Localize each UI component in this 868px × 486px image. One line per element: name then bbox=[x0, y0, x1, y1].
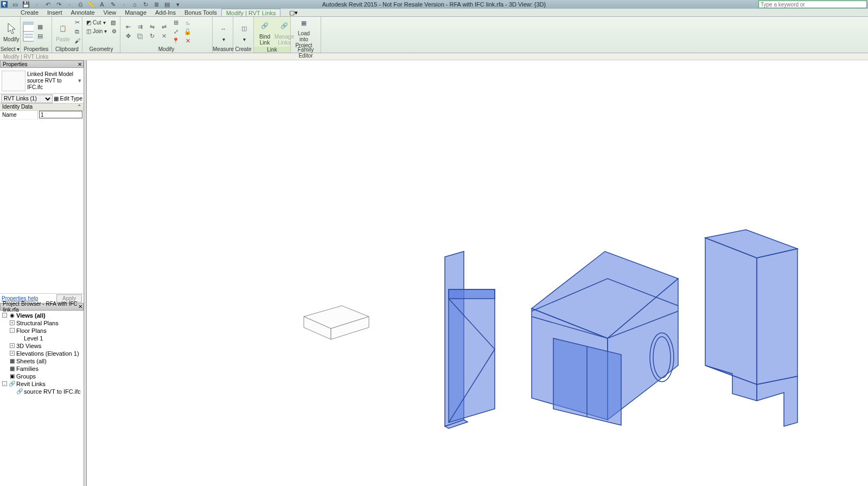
load-into-project-button[interactable]: ▦ Load into Project bbox=[293, 14, 315, 49]
wall-join-icon[interactable]: ⚙ bbox=[112, 28, 117, 34]
mirror-draw-icon[interactable]: ⇌ bbox=[158, 23, 169, 31]
tab-view[interactable]: View bbox=[99, 9, 121, 16]
sync-icon[interactable]: ↻ bbox=[141, 1, 150, 8]
dimension-icon: ↔ bbox=[216, 21, 231, 36]
redo-icon[interactable]: ↷ bbox=[54, 1, 63, 8]
group-family-editor: ▦ Load into Project Family Editor bbox=[291, 17, 321, 53]
list-icon[interactable]: ≣ bbox=[152, 1, 161, 8]
modify-button[interactable]: Modify bbox=[2, 20, 20, 43]
cope-icon[interactable]: ▧ bbox=[111, 20, 116, 26]
array-icon[interactable]: ⊞ bbox=[170, 18, 181, 27]
properties-icon[interactable] bbox=[23, 23, 34, 31]
tree-node[interactable]: +Elevations (Elevation 1) bbox=[0, 350, 84, 357]
identity-data-header[interactable]: Identity Data⌃ bbox=[0, 104, 84, 111]
expand-icon[interactable]: - bbox=[2, 381, 7, 386]
measure-button[interactable]: ↔▾ bbox=[215, 20, 232, 43]
paste-button[interactable]: 📋 Paste bbox=[54, 20, 72, 43]
sep: · bbox=[65, 1, 74, 8]
section-icon[interactable]: ✎ bbox=[108, 1, 117, 8]
tree-node[interactable]: Level 1 bbox=[0, 334, 84, 342]
properties-header[interactable]: Properties ✕ bbox=[0, 60, 84, 68]
ribbon-tabs: Create Insert Annotate View Manage Add-I… bbox=[0, 9, 868, 17]
close-icon[interactable]: ✕ bbox=[76, 61, 83, 67]
expand-icon[interactable]: - bbox=[2, 313, 7, 318]
split-icon[interactable]: ⎁ bbox=[182, 18, 193, 27]
save-icon[interactable]: 💾 bbox=[22, 1, 30, 8]
project-browser-header[interactable]: Project Browser - RFA with IFC link.rfa … bbox=[0, 303, 84, 311]
selected-link-panel-left[interactable] bbox=[445, 251, 495, 428]
text-icon[interactable]: A bbox=[98, 1, 106, 8]
tab-modify-rvt-links[interactable]: Modify | RVT Links bbox=[221, 9, 281, 16]
move-icon[interactable]: ✥ bbox=[123, 32, 133, 41]
chevron-down-icon[interactable]: ▾ bbox=[78, 77, 84, 84]
trim-icon[interactable]: ⨯ bbox=[158, 32, 169, 41]
create-similar-icon: ◫ bbox=[237, 21, 252, 36]
instance-filter-select[interactable]: RVT Links (1) bbox=[1, 94, 53, 103]
open-icon[interactable]: ▭ bbox=[11, 1, 20, 8]
3d-icon[interactable]: ⌂ bbox=[130, 1, 139, 8]
tree-node[interactable]: ▦Families bbox=[0, 365, 84, 373]
bind-link-button[interactable]: 🔗 Bind Link bbox=[256, 17, 273, 47]
tab-insert[interactable]: Insert bbox=[43, 9, 67, 16]
edit-type-button[interactable]: ▦Edit Type bbox=[54, 96, 82, 102]
unselected-slab[interactable] bbox=[304, 306, 369, 339]
selected-link-panel-right[interactable] bbox=[705, 230, 797, 426]
copy-icon[interactable]: ⧉ bbox=[72, 27, 82, 36]
tab-create[interactable]: Create bbox=[16, 9, 43, 16]
tab-annotate[interactable]: Annotate bbox=[67, 9, 99, 16]
close-icon[interactable]: ✕ bbox=[78, 304, 83, 310]
tab-addins[interactable]: Add-Ins bbox=[151, 9, 180, 16]
node-icon: ▣ bbox=[9, 373, 15, 380]
copy-mod-icon[interactable]: ⿻ bbox=[135, 32, 145, 41]
cut-icon[interactable]: ✂ bbox=[72, 18, 82, 27]
node-label: Revit Links bbox=[16, 381, 46, 387]
svg-rect-2 bbox=[23, 22, 34, 25]
search-input[interactable] bbox=[758, 1, 867, 8]
offset-icon[interactable]: ⇉ bbox=[135, 23, 145, 31]
mirror-axis-icon[interactable]: ⇋ bbox=[146, 23, 157, 31]
tree-node[interactable]: -Floor Plans bbox=[0, 327, 84, 334]
node-label: Views (all) bbox=[16, 312, 46, 319]
group-clipboard: 📋 Paste ✂ ⧉ 🖌 Clipboard bbox=[52, 17, 82, 53]
rotate-icon[interactable]: ↻ bbox=[146, 32, 157, 41]
name-input[interactable] bbox=[39, 111, 82, 118]
close-icon[interactable]: ▾ bbox=[174, 1, 182, 8]
project-browser-tree[interactable]: -◉Views (all)+Structural Plans-Floor Pla… bbox=[0, 311, 84, 487]
expand-icon[interactable]: + bbox=[10, 351, 15, 356]
tab-manage[interactable]: Manage bbox=[120, 9, 151, 16]
viewport-3d[interactable] bbox=[86, 60, 868, 486]
create-button[interactable]: ◫▾ bbox=[235, 20, 253, 43]
expand-icon[interactable]: + bbox=[10, 343, 15, 348]
tree-node[interactable]: +3D Views bbox=[0, 342, 84, 350]
expand-icon[interactable]: + bbox=[10, 320, 15, 325]
unpin-icon[interactable]: 🔓 bbox=[182, 27, 193, 36]
delete-icon[interactable]: ✕ bbox=[182, 36, 193, 45]
cursor-icon bbox=[4, 21, 19, 36]
expand-icon[interactable]: - bbox=[10, 328, 15, 333]
tree-node[interactable]: ▣Groups bbox=[0, 373, 84, 380]
tab-bonus-tools[interactable]: Bonus Tools bbox=[180, 9, 221, 16]
undo-icon[interactable]: ↶ bbox=[43, 1, 52, 8]
type-selector[interactable]: Linked Revit Model source RVT to IFC.ifc… bbox=[0, 68, 84, 94]
cut-geometry-button[interactable]: ◩Cut▾▧ bbox=[85, 18, 117, 27]
tree-node[interactable]: -◉Views (all) bbox=[0, 312, 84, 319]
tree-node[interactable]: ▦Sheets (all) bbox=[0, 357, 84, 365]
tree-node[interactable]: 🔗source RVT to IFC.ifc bbox=[0, 388, 84, 395]
node-icon: 🔗 bbox=[16, 388, 23, 395]
print-icon[interactable]: ⎙ bbox=[76, 1, 85, 8]
selected-link-house[interactable] bbox=[532, 251, 678, 425]
tree-node[interactable]: +Structural Plans bbox=[0, 319, 84, 327]
app-icon[interactable] bbox=[0, 0, 9, 9]
scale-icon[interactable]: ⤢ bbox=[170, 27, 181, 36]
measure-icon[interactable]: 📏 bbox=[87, 1, 95, 8]
pin-icon[interactable]: 📍 bbox=[170, 36, 181, 45]
switch-icon[interactable]: ▤ bbox=[163, 1, 171, 8]
family-types-icon[interactable] bbox=[23, 32, 34, 41]
join-geometry-button[interactable]: ◫Join▾⚙ bbox=[85, 27, 118, 35]
project-units-icon[interactable]: ▤ bbox=[35, 32, 46, 41]
tree-node[interactable]: -🔗Revit Links bbox=[0, 380, 84, 388]
align-icon[interactable]: ⇤ bbox=[123, 23, 133, 31]
match-icon[interactable]: 🖌 bbox=[72, 36, 82, 45]
type-props-icon[interactable]: ▦ bbox=[35, 23, 46, 31]
node-label: Elevations (Elevation 1) bbox=[16, 350, 79, 357]
